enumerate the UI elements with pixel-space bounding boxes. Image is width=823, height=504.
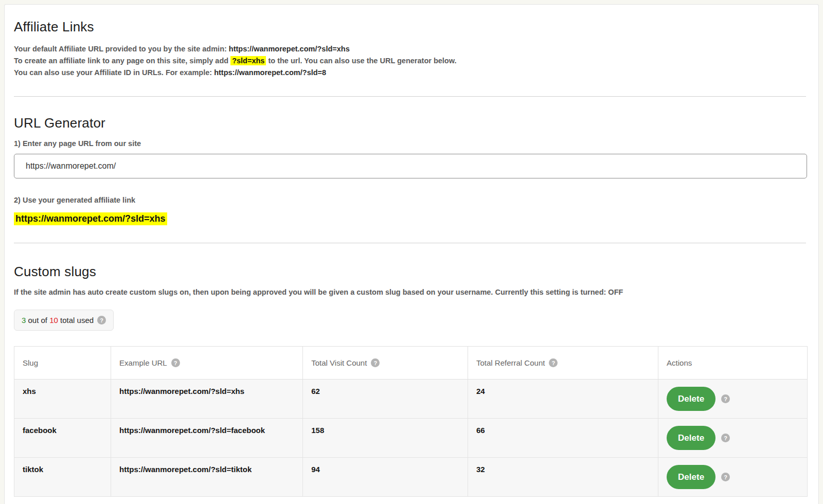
generated-affiliate-link: https://wanmorepet.com/?sld=xhs xyxy=(14,212,167,225)
affiliate-page-card: Affiliate Links Your default Affiliate U… xyxy=(4,4,819,504)
slug-cell: xhs xyxy=(14,380,111,419)
section-divider xyxy=(14,96,806,97)
help-icon[interactable]: ? xyxy=(721,434,730,442)
column-header-example-url: Example URL? xyxy=(111,347,303,380)
slugs-total-count: 10 xyxy=(49,316,58,325)
table-row: xhs https://wanmorepet.com/?sld=xhs 62 2… xyxy=(14,380,808,419)
slug-usage-middle: out of xyxy=(26,316,49,325)
table-row: facebook https://wanmorepet.com/?sld=fac… xyxy=(14,419,808,458)
custom-slugs-title: Custom slugs xyxy=(14,264,806,280)
referral-count-cell: 66 xyxy=(468,419,658,458)
help-icon[interactable]: ? xyxy=(371,358,380,367)
visit-count-cell: 94 xyxy=(303,458,468,497)
default-affiliate-url: https://wanmorepet.com/?sld=xhs xyxy=(229,45,350,53)
how-to-prefix: To create an affiliate link to any page … xyxy=(14,57,230,65)
affiliate-id-text: You can also use your Affiliate ID in UR… xyxy=(14,68,214,77)
referral-count-cell: 32 xyxy=(468,458,658,497)
actions-cell: Delete ? xyxy=(658,458,808,497)
affiliate-links-title: Affiliate Links xyxy=(14,19,806,35)
visit-count-cell: 158 xyxy=(303,419,468,458)
affiliate-id-line: You can also use your Affiliate ID in UR… xyxy=(14,67,806,79)
custom-slugs-description: If the site admin has auto create custom… xyxy=(14,288,806,296)
slug-usage-suffix: total used xyxy=(58,316,94,325)
default-url-text: Your default Affiliate URL provided to y… xyxy=(14,45,229,53)
table-row: tiktok https://wanmorepet.com/?sld=tikto… xyxy=(14,458,808,497)
column-header-example-url-label: Example URL xyxy=(119,358,167,367)
referral-count-cell: 24 xyxy=(468,380,658,419)
sld-param-highlight: ?sld=xhs xyxy=(230,56,266,65)
slug-cell: facebook xyxy=(14,419,111,458)
actions-cell: Delete ? xyxy=(658,380,808,419)
visit-count-cell: 62 xyxy=(303,380,468,419)
page-url-label: 1) Enter any page URL from our site xyxy=(14,139,806,148)
column-header-visit-count-label: Total Visit Count xyxy=(311,358,367,367)
slug-usage-badge: 3 out of 10 total used ? xyxy=(14,310,114,331)
slug-usage-text: 3 out of 10 total used xyxy=(22,316,94,325)
table-header-row: Slug Example URL? Total Visit Count? Tot… xyxy=(14,347,808,380)
affiliate-id-url: https://wanmorepet.com/?sld=8 xyxy=(214,68,326,77)
default-url-line: Your default Affiliate URL provided to y… xyxy=(14,43,806,55)
delete-button[interactable]: Delete xyxy=(667,465,715,489)
column-header-referral-count-label: Total Referral Count xyxy=(476,358,545,367)
column-header-actions-label: Actions xyxy=(667,358,692,367)
url-generator-section: URL Generator 1) Enter any page URL from… xyxy=(14,115,806,225)
example-url-cell: https://wanmorepet.com/?sld=facebook xyxy=(111,419,303,458)
affiliate-links-section: Affiliate Links Your default Affiliate U… xyxy=(14,19,806,79)
delete-button[interactable]: Delete xyxy=(667,387,715,411)
url-generator-title: URL Generator xyxy=(14,115,806,131)
column-header-slug-label: Slug xyxy=(23,358,38,367)
help-icon[interactable]: ? xyxy=(97,316,106,325)
help-icon[interactable]: ? xyxy=(171,358,180,367)
actions-cell: Delete ? xyxy=(658,419,808,458)
generated-link-label: 2) Use your generated affiliate link xyxy=(14,196,806,204)
how-to-line: To create an affiliate link to any page … xyxy=(14,55,806,67)
help-icon[interactable]: ? xyxy=(549,358,558,367)
example-url-cell: https://wanmorepet.com/?sld=xhs xyxy=(111,380,303,419)
custom-slugs-table: Slug Example URL? Total Visit Count? Tot… xyxy=(14,346,808,497)
help-icon[interactable]: ? xyxy=(721,394,730,403)
column-header-slug: Slug xyxy=(14,347,111,380)
slug-cell: tiktok xyxy=(14,458,111,497)
help-icon[interactable]: ? xyxy=(721,473,730,481)
page-url-input[interactable] xyxy=(14,154,807,178)
how-to-suffix: to the url. You can also use the URL gen… xyxy=(266,57,456,65)
custom-slugs-section: Custom slugs If the site admin has auto … xyxy=(14,264,806,497)
column-header-visit-count: Total Visit Count? xyxy=(303,347,468,380)
delete-button[interactable]: Delete xyxy=(667,426,715,450)
column-header-referral-count: Total Referral Count? xyxy=(468,347,658,380)
example-url-cell: https://wanmorepet.com/?sld=tiktok xyxy=(111,458,303,497)
section-divider xyxy=(14,243,806,243)
column-header-actions: Actions xyxy=(658,347,808,380)
